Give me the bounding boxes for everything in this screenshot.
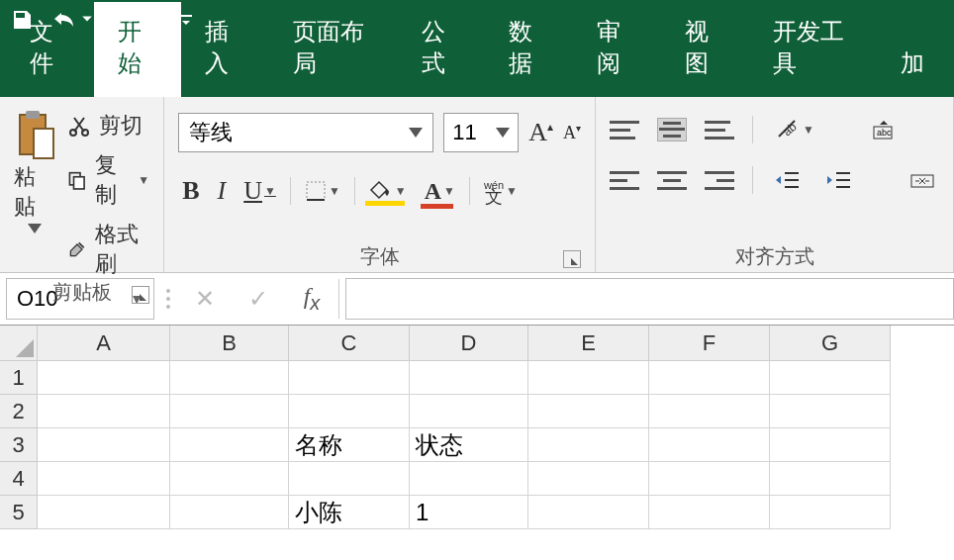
paste-button[interactable]: 粘贴 xyxy=(14,105,55,233)
clipboard-launcher[interactable] xyxy=(132,286,149,304)
font-size-combo[interactable]: 11 xyxy=(443,113,519,152)
cell[interactable] xyxy=(770,462,891,496)
align-bottom-button[interactable] xyxy=(705,118,734,141)
merge-center-button[interactable] xyxy=(906,167,939,193)
cell[interactable] xyxy=(649,395,770,428)
grow-font-button[interactable]: A▴ xyxy=(528,118,553,147)
bold-button[interactable]: B xyxy=(178,174,203,208)
row-header[interactable]: 2 xyxy=(0,395,38,428)
cell[interactable]: 1 xyxy=(410,496,528,529)
group-alignment-title: 对齐方式 xyxy=(735,243,814,270)
align-top-button[interactable] xyxy=(610,118,639,141)
italic-button[interactable]: I xyxy=(214,174,231,208)
cell[interactable] xyxy=(649,361,770,395)
select-all-button[interactable] xyxy=(0,326,38,361)
cell[interactable] xyxy=(528,428,649,462)
cell[interactable] xyxy=(770,361,891,395)
cell[interactable] xyxy=(289,462,410,496)
cell[interactable] xyxy=(410,462,528,496)
cell[interactable] xyxy=(410,395,528,428)
redo-button[interactable] xyxy=(111,9,152,31)
cell[interactable]: 名称 xyxy=(289,428,410,462)
align-middle-button[interactable] xyxy=(657,118,687,141)
formula-bar-grip[interactable] xyxy=(158,289,178,309)
underline-button[interactable]: U▼ xyxy=(239,174,280,208)
cell[interactable] xyxy=(38,462,170,496)
cell[interactable] xyxy=(770,496,891,529)
align-left-button[interactable] xyxy=(610,168,639,192)
cell[interactable]: 小陈 xyxy=(289,496,410,529)
accept-formula-button[interactable]: ✓ xyxy=(232,285,285,313)
svg-rect-7 xyxy=(307,182,325,200)
row-header[interactable]: 1 xyxy=(0,361,38,395)
cell[interactable] xyxy=(770,428,891,462)
copy-button[interactable]: 复制 ▼ xyxy=(67,150,149,210)
decrease-indent-button[interactable] xyxy=(771,167,805,193)
cell[interactable] xyxy=(170,462,289,496)
phonetic-guide-button[interactable]: wén文 ▼ xyxy=(480,177,522,205)
column-header[interactable]: D xyxy=(410,326,528,361)
tab-review[interactable]: 审阅 xyxy=(573,2,661,97)
cell[interactable] xyxy=(649,496,770,529)
cell[interactable] xyxy=(528,395,649,428)
tab-developer[interactable]: 开发工具 xyxy=(749,2,877,97)
ribbon-tabs: 文件 开始 插入 页面布局 公式 数据 审阅 视图 开发工具 加 xyxy=(0,40,954,97)
cell[interactable] xyxy=(170,395,289,428)
group-alignment: ab ▼ abc xyxy=(596,97,954,272)
row-header[interactable]: 3 xyxy=(0,428,38,462)
cut-button[interactable]: 剪切 xyxy=(67,111,149,140)
shrink-font-button[interactable]: A▾ xyxy=(563,123,581,143)
font-name-combo[interactable]: 等线 xyxy=(178,113,433,152)
align-center-button[interactable] xyxy=(657,168,687,192)
align-right-button[interactable] xyxy=(705,168,734,192)
tab-addins[interactable]: 加 xyxy=(877,34,948,97)
column-header[interactable]: A xyxy=(38,326,170,361)
svg-point-3 xyxy=(70,130,76,136)
cell[interactable] xyxy=(170,496,289,529)
cell[interactable] xyxy=(38,496,170,529)
cell[interactable] xyxy=(289,395,410,428)
font-launcher[interactable] xyxy=(563,250,581,268)
cell[interactable] xyxy=(289,361,410,395)
column-header[interactable]: F xyxy=(649,326,770,361)
orientation-button[interactable]: ab ▼ xyxy=(771,115,818,144)
cell[interactable] xyxy=(770,395,891,428)
column-header[interactable]: C xyxy=(289,326,410,361)
cell[interactable] xyxy=(528,462,649,496)
tab-formulas[interactable]: 公式 xyxy=(398,2,486,97)
tab-page-layout[interactable]: 页面布局 xyxy=(269,2,397,97)
increase-indent-button[interactable] xyxy=(822,167,856,193)
fill-color-button[interactable]: ▼ xyxy=(365,178,411,204)
tab-data[interactable]: 数据 xyxy=(485,2,573,97)
formula-input[interactable] xyxy=(345,278,954,320)
column-header[interactable]: B xyxy=(170,326,289,361)
border-button[interactable]: ▼ xyxy=(301,178,344,204)
cell[interactable] xyxy=(649,428,770,462)
cancel-formula-button[interactable]: ✕ xyxy=(178,285,232,313)
cell[interactable] xyxy=(410,361,528,395)
row-header[interactable]: 4 xyxy=(0,462,38,496)
format-painter-label: 格式刷 xyxy=(95,220,149,279)
font-size-value: 11 xyxy=(452,120,476,145)
wrap-text-button[interactable]: abc xyxy=(868,117,898,142)
column-header[interactable]: G xyxy=(770,326,891,361)
column-header[interactable]: E xyxy=(528,326,649,361)
cell[interactable] xyxy=(38,428,170,462)
tab-file[interactable]: 文件 xyxy=(6,2,94,97)
cell[interactable] xyxy=(528,361,649,395)
font-color-button[interactable]: A ▼ xyxy=(421,176,459,207)
cell[interactable] xyxy=(38,395,170,428)
tab-view[interactable]: 视图 xyxy=(661,2,749,97)
row-header[interactable]: 5 xyxy=(0,496,38,529)
svg-rect-6 xyxy=(74,177,85,189)
cell[interactable] xyxy=(170,361,289,395)
tab-insert[interactable]: 插入 xyxy=(181,2,269,97)
svg-rect-1 xyxy=(26,111,40,119)
cell[interactable] xyxy=(649,462,770,496)
cell[interactable] xyxy=(170,428,289,462)
insert-function-button[interactable]: fx xyxy=(285,283,338,315)
format-painter-button[interactable]: 格式刷 xyxy=(67,220,149,279)
cell[interactable] xyxy=(528,496,649,529)
cell[interactable] xyxy=(38,361,170,395)
cell[interactable]: 状态 xyxy=(410,428,528,462)
